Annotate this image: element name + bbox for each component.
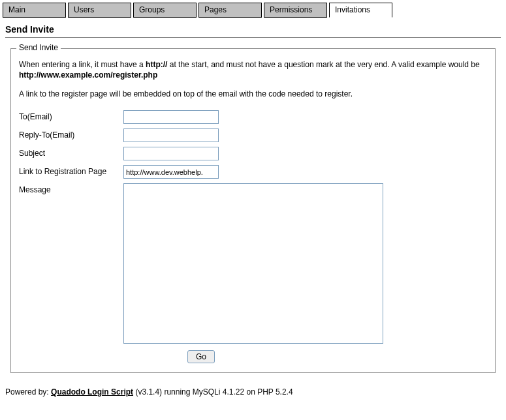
message-label: Message [19,183,123,194]
divider [5,37,501,38]
message-textarea[interactable] [123,183,383,344]
tab-pages[interactable]: Pages [198,3,262,18]
tab-groups[interactable]: Groups [133,3,197,18]
tab-permissions[interactable]: Permissions [264,3,327,18]
footer-text2: (v3.1.4) running MySQLi 4.1.22 on PHP 5.… [133,387,293,397]
tab-bar: Main Users Groups Pages Permissions Invi… [0,0,506,18]
send-invite-fieldset: Send Invite When entering a link, it mus… [10,48,496,373]
go-button[interactable]: Go [187,350,215,363]
subject-input[interactable] [123,147,219,160]
fieldset-legend: Send Invite [16,43,61,52]
info-text-1: When entering a link, it must have a htt… [19,59,487,80]
replyto-email-input[interactable] [123,128,219,142]
to-label: To(Email) [19,110,123,121]
link-label: Link to Registration Page [19,165,123,176]
info-part2: at the start, and must not have a questi… [167,60,479,69]
subject-label: Subject [19,147,123,158]
info-bold2: http://www.example.com/register.php [19,70,157,80]
info-bold1: http:// [146,60,167,69]
tab-users[interactable]: Users [68,3,131,18]
link-input[interactable] [123,165,219,179]
tab-main[interactable]: Main [3,3,66,18]
footer: Powered by: Quadodo Login Script (v3.1.4… [0,381,506,403]
info-text-2: A link to the register page will be embe… [19,89,487,98]
replyto-label: Reply-To(Email) [19,128,123,140]
footer-text1: Powered by: [5,387,51,397]
info-part1: When entering a link, it must have a [19,60,146,69]
footer-link[interactable]: Quadodo Login Script [51,387,133,397]
page-title: Send Invite [0,18,506,37]
tab-invitations[interactable]: Invitations [329,3,392,18]
to-email-input[interactable] [123,110,219,124]
